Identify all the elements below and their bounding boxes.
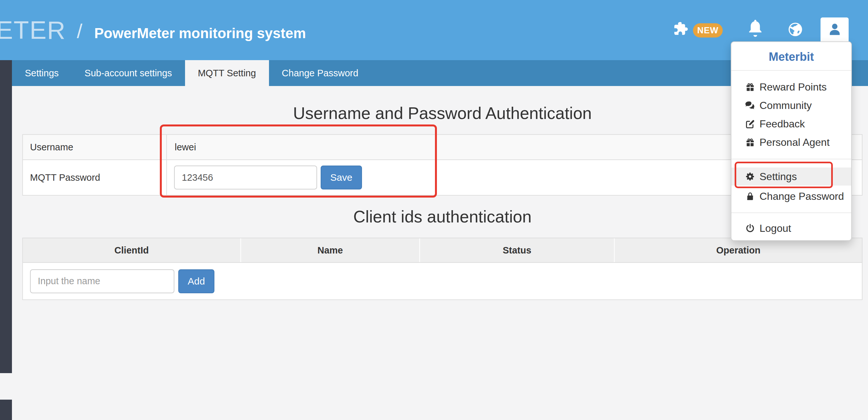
- column-header-status: Status: [419, 238, 614, 262]
- username-label: Username: [23, 135, 167, 160]
- left-sidebar-strip-bottom: [0, 400, 12, 420]
- gift-icon: [745, 137, 755, 148]
- menu-item-feedback[interactable]: Feedback: [732, 115, 851, 133]
- menu-item-reward-points[interactable]: Reward Points: [732, 78, 851, 96]
- menu-item-personal-agent[interactable]: Personal Agent: [732, 133, 851, 152]
- clients-table-header: ClientId Name Status Operation: [23, 238, 862, 263]
- menu-item-label: Personal Agent: [760, 136, 830, 148]
- logo-separator: /: [77, 20, 82, 43]
- menu-item-label: Settings: [760, 171, 797, 183]
- user-dropdown-menu: Meterbit Reward Points Community Feedbac…: [731, 41, 852, 241]
- menu-item-label: Logout: [760, 222, 791, 234]
- bell-icon[interactable]: [747, 19, 764, 37]
- account-name: Meterbit: [732, 42, 851, 71]
- save-button[interactable]: Save: [321, 166, 362, 190]
- left-sidebar-strip: [0, 60, 12, 373]
- page-title: PowerMeter monitoring system: [94, 25, 306, 41]
- edit-icon: [745, 119, 755, 129]
- user-menu-button[interactable]: [820, 18, 848, 41]
- power-icon: [745, 223, 755, 233]
- puzzle-icon[interactable]: [672, 21, 688, 37]
- lock-icon: [745, 191, 755, 201]
- menu-item-community[interactable]: Community: [732, 96, 851, 115]
- clients-table: ClientId Name Status Operation Add: [22, 237, 863, 300]
- client-name-input[interactable]: [30, 269, 175, 293]
- mqtt-password-label: MQTT Password: [23, 160, 167, 195]
- gear-icon: [745, 171, 755, 182]
- tab-settings[interactable]: Settings: [12, 60, 72, 86]
- app-logo: ETER: [0, 16, 66, 45]
- column-header-name: Name: [240, 238, 419, 262]
- add-button[interactable]: Add: [178, 269, 214, 293]
- menu-item-logout[interactable]: Logout: [732, 219, 851, 237]
- tab-sub-account-settings[interactable]: Sub-account settings: [72, 60, 185, 86]
- column-header-clientid: ClientId: [23, 238, 240, 262]
- menu-item-label: Change Password: [760, 191, 844, 202]
- comments-icon: [745, 101, 755, 111]
- tab-change-password[interactable]: Change Password: [269, 60, 371, 86]
- column-header-operation: Operation: [614, 238, 862, 262]
- menu-item-settings[interactable]: Settings: [732, 167, 851, 186]
- new-badge: NEW: [693, 23, 723, 37]
- menu-item-label: Community: [760, 100, 812, 112]
- mqtt-password-input[interactable]: [174, 166, 317, 190]
- menu-item-label: Reward Points: [760, 81, 827, 93]
- globe-icon[interactable]: [787, 21, 803, 37]
- user-icon: [827, 22, 842, 37]
- menu-item-change-password[interactable]: Change Password: [732, 187, 851, 205]
- table-row: Add: [23, 263, 862, 300]
- menu-divider: [732, 213, 851, 213]
- menu-divider: [732, 159, 851, 160]
- tab-mqtt-setting[interactable]: MQTT Setting: [185, 60, 269, 86]
- gift-icon: [745, 82, 755, 92]
- menu-item-label: Feedback: [760, 118, 805, 130]
